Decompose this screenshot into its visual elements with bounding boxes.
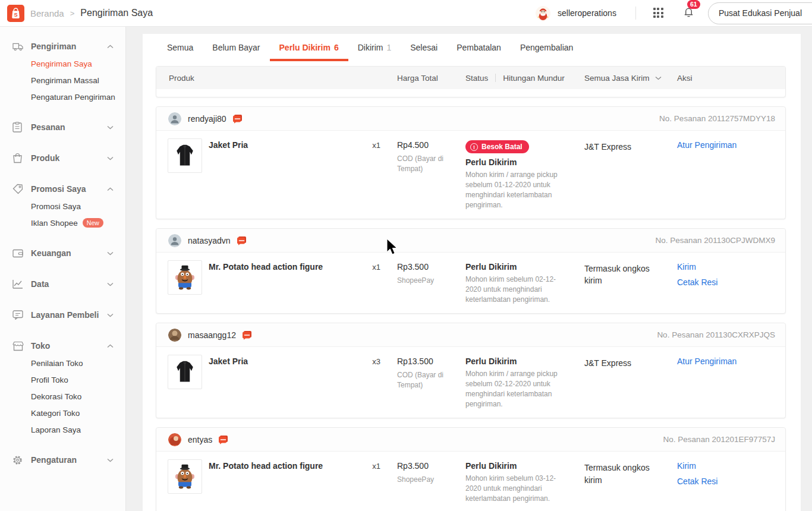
order-list: Produk Harga Total Status Hitungan Mundu… xyxy=(143,61,801,511)
buyer-username: masaangg12 xyxy=(188,330,236,340)
order-status: Perlu Dikirim xyxy=(465,461,584,471)
sidebar-item-promosi-saya[interactable]: Promosi Saya xyxy=(0,180,125,198)
kirim-link[interactable]: Kirim xyxy=(677,262,775,272)
shipping-deadline-note: Mohon kirim / arrange pickup sebelum 01-… xyxy=(465,170,568,210)
courier-name: J&T Express xyxy=(584,355,677,409)
sidebar-item-laporan-saya[interactable]: Laporan Saya xyxy=(0,421,125,438)
buyer-avatar xyxy=(168,433,181,446)
chat-icon[interactable] xyxy=(232,114,243,124)
notification-count-badge: 61 xyxy=(687,0,700,9)
tab-semua[interactable]: Semua xyxy=(158,34,203,61)
sidebar-item-pengaturan[interactable]: Pengaturan xyxy=(0,451,125,469)
alert-circle-icon: ! xyxy=(470,143,478,151)
chevron-down-icon xyxy=(107,313,114,317)
chat-bubble-icon xyxy=(12,310,24,321)
product-name: Jaket Pria xyxy=(209,355,248,409)
username-label: selleroperations xyxy=(558,8,616,18)
chevron-down-icon xyxy=(107,125,114,130)
product-qty: x3 xyxy=(352,355,380,409)
order-card: masaangg12 No. Pesanan 201130CXRXPJQS Ja… xyxy=(156,323,786,418)
payment-method: COD (Bayar di Tempat) xyxy=(397,370,454,390)
order-status: Perlu Dikirim xyxy=(465,357,584,366)
sidebar-item-pengiriman-massal[interactable]: Pengiriman Massal xyxy=(0,72,125,89)
sidebar-item-layanan-pembeli[interactable]: Layanan Pembeli xyxy=(0,306,125,324)
tab-pengembalian[interactable]: Pengembalian xyxy=(511,34,583,61)
atur-pengiriman-link[interactable]: Atur Pengiriman xyxy=(677,357,775,366)
sidebar-item-data[interactable]: Data xyxy=(0,275,125,293)
tab-pembatalan[interactable]: Pembatalan xyxy=(447,34,511,61)
atur-pengiriman-link[interactable]: Atur Pengiriman xyxy=(677,140,775,150)
sidebar-item-pesanan[interactable]: Pesanan xyxy=(0,118,125,136)
order-price: Rp4.500 xyxy=(397,140,465,150)
chevron-up-icon xyxy=(107,45,114,49)
chevron-down-icon xyxy=(107,458,114,462)
apps-grid-icon[interactable] xyxy=(653,7,665,19)
sidebar-item-profil-toko[interactable]: Profil Toko xyxy=(0,371,125,388)
chat-icon[interactable] xyxy=(242,330,252,340)
shipping-filter-dropdown[interactable]: Semua Jasa Kirim xyxy=(584,74,677,83)
gear-icon xyxy=(12,455,24,466)
main-panel: Semua Belum Bayar Perlu Dikirim6 Dikirim… xyxy=(143,34,801,511)
column-hitungan-mundur: Hitungan Mundur xyxy=(503,74,565,83)
sidebar-item-toko[interactable]: Toko xyxy=(0,337,125,355)
order-number: No. Pesanan 201130CPJWDMX9 xyxy=(655,236,775,245)
sidebar-item-pengiriman[interactable]: Pengiriman xyxy=(0,37,125,55)
product-qty: x1 xyxy=(352,260,380,305)
cetak-resi-link[interactable]: Cetak Resi xyxy=(677,277,775,287)
product-image-jacket xyxy=(168,355,202,389)
product-image-potato-figure xyxy=(168,459,202,494)
sidebar-item-promosi-saya-sub[interactable]: Promosi Saya xyxy=(0,198,125,215)
sidebar-item-penilaian-toko[interactable]: Penilaian Toko xyxy=(0,355,125,371)
payment-method: ShopeePay xyxy=(397,276,454,286)
truck-icon xyxy=(12,41,24,52)
payment-method: ShopeePay xyxy=(397,475,454,485)
sidebar-item-keuangan[interactable]: Keuangan xyxy=(0,244,125,262)
order-card: rendyaji80 No. Pesanan 20112757MDYY18 Ja… xyxy=(156,106,786,219)
header-divider xyxy=(635,7,636,20)
sidebar-item-dekorasi-toko[interactable]: Dekorasi Toko xyxy=(0,388,125,405)
buyer-avatar xyxy=(168,329,181,342)
column-divider xyxy=(495,74,496,82)
shipping-deadline-note: Mohon kirim sebelum 03-12-2020 untuk men… xyxy=(465,474,568,504)
chevron-down-icon xyxy=(655,76,662,80)
user-menu[interactable]: selleroperations xyxy=(535,5,616,21)
tab-belum-bayar[interactable]: Belum Bayar xyxy=(203,34,269,61)
shopee-logo-icon[interactable]: S xyxy=(7,5,24,22)
chat-icon[interactable] xyxy=(218,435,228,444)
bag-icon xyxy=(12,153,24,164)
shipping-info: Termasuk ongkos kirim xyxy=(584,459,677,504)
tag-icon xyxy=(12,184,24,195)
cetak-resi-link[interactable]: Cetak Resi xyxy=(677,477,775,486)
user-avatar xyxy=(535,5,551,21)
tab-dikirim[interactable]: Dikirim1 xyxy=(348,34,401,61)
breadcrumb-home[interactable]: Beranda xyxy=(30,8,64,18)
product-name: Jaket Pria xyxy=(209,138,248,210)
product-image-potato-figure xyxy=(168,260,202,295)
breadcrumb-separator: > xyxy=(70,9,75,18)
tab-selesai[interactable]: Selesai xyxy=(401,34,447,61)
order-price: Rp13.500 xyxy=(397,357,465,366)
store-icon xyxy=(12,340,24,352)
sidebar-item-iklan-shopee[interactable]: Iklan Shopee New xyxy=(0,215,125,231)
svg-text:S: S xyxy=(14,11,17,17)
notification-bell[interactable]: 61 xyxy=(682,5,695,21)
courier-name: J&T Express xyxy=(584,138,677,210)
order-number: No. Pesanan 201130CXRXPJQS xyxy=(657,330,775,339)
sidebar-item-pengaturan-pengiriman[interactable]: Pengaturan Pengiriman xyxy=(0,89,125,105)
kirim-link[interactable]: Kirim xyxy=(677,461,775,471)
payment-method: COD (Bayar di Tempat) xyxy=(397,154,454,174)
clipboard-icon xyxy=(12,122,24,133)
order-number: No. Pesanan 201201EF97757J xyxy=(663,435,775,444)
sidebar-item-pengiriman-saya[interactable]: Pengiriman Saya xyxy=(0,55,125,72)
sidebar-item-kategori-toko[interactable]: Kategori Toko xyxy=(0,405,125,421)
shipping-deadline-note: Mohon kirim / arrange pickup sebelum 02-… xyxy=(465,369,568,409)
chat-icon[interactable] xyxy=(237,236,247,245)
sidebar-item-produk[interactable]: Produk xyxy=(0,149,125,167)
tab-perlu-dikirim[interactable]: Perlu Dikirim6 xyxy=(270,34,348,61)
chevron-up-icon xyxy=(107,187,114,191)
buyer-avatar xyxy=(168,112,181,125)
chevron-up-icon xyxy=(107,344,114,348)
top-header: S Beranda > Pengiriman Saya selleroperat… xyxy=(0,0,812,27)
education-center-button[interactable]: Pusat Edukasi Penjual xyxy=(708,2,812,24)
chevron-down-icon xyxy=(107,282,114,286)
